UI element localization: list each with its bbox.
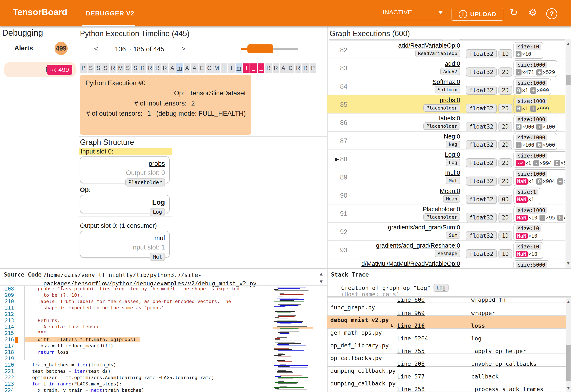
- timeline-cell[interactable]: I: [228, 63, 235, 73]
- timeline-cell[interactable]: S: [102, 63, 109, 73]
- run-status-select[interactable]: INACTIVE: [383, 6, 443, 18]
- timeline-cell[interactable]: R: [110, 63, 116, 73]
- timeline-cell[interactable]: A: [280, 63, 287, 73]
- stack-frame-line-link[interactable]: Line 577: [397, 373, 452, 380]
- timeline-cell-alert[interactable]: !: [243, 63, 250, 73]
- line-number[interactable]: 214: [0, 324, 14, 330]
- graph-execution-row[interactable]: 87Neg:0Negfloat322Dsize:1000-×1000×900: [327, 132, 565, 150]
- scroll-down-icon[interactable]: ▼: [566, 261, 571, 266]
- line-number[interactable]: 217: [0, 343, 14, 349]
- line-number[interactable]: 210: [0, 299, 14, 305]
- timeline-cell[interactable]: P: [80, 63, 87, 73]
- scroll-up-icon[interactable]: ▲: [566, 41, 571, 46]
- tensor-name-link[interactable]: add:0: [327, 60, 460, 67]
- stack-frame-line-link[interactable]: Line 5264: [397, 335, 452, 342]
- file-up-icon[interactable]: ▲: [317, 271, 325, 277]
- graph-execution-row[interactable]: 93gradients/add_grad/Reshape:0Reshapeflo…: [327, 241, 565, 259]
- stack-frame[interactable]: gen_math_ops.pyLine 5264log: [327, 329, 566, 341]
- file-down-icon[interactable]: ▼: [317, 279, 325, 284]
- upload-button[interactable]: i UPLOAD: [452, 8, 503, 21]
- tensor-name-link[interactable]: gradients/add_grad/Reshape:0: [327, 242, 460, 249]
- graph-execution-row[interactable]: d/MatMul/MatMul/ReadVariableOp:0size:500…: [327, 259, 565, 268]
- line-number[interactable]: 220: [0, 362, 14, 368]
- graph-execution-row[interactable]: 90Mean:0Meanfloat320Dsize:1NaN×1: [327, 186, 565, 204]
- timeline-cell-alert[interactable]: _: [257, 63, 265, 73]
- line-number[interactable]: 216: [0, 336, 14, 343]
- stack-frame[interactable]: dumping_callback.pyLine 577callback: [327, 367, 566, 379]
- consumer-node-link[interactable]: mul: [154, 234, 165, 242]
- stack-frame-line-link[interactable]: Line 969: [397, 310, 452, 316]
- tensor-name-link[interactable]: add/ReadVariableOp:0: [327, 42, 460, 49]
- tensor-name-link[interactable]: Softmax:0: [327, 78, 460, 85]
- refresh-icon[interactable]: ↻: [507, 6, 520, 19]
- timeline-cell[interactable]: m: [235, 63, 242, 73]
- source-minimap[interactable]: [273, 287, 314, 391]
- line-number[interactable]: 209: [0, 292, 14, 298]
- graph-execution-row[interactable]: 85probs:0Placeholderfloat322Dsize:10000×…: [327, 95, 565, 113]
- timeline-cell[interactable]: M: [117, 63, 124, 73]
- stack-frame-partial[interactable]: Line 600wrapped_fn: [327, 298, 566, 303]
- timeline-cell[interactable]: M: [213, 63, 220, 73]
- gear-icon[interactable]: ⚙: [526, 6, 539, 19]
- tensor-name-link[interactable]: Mean:0: [327, 188, 460, 195]
- timeline-cell[interactable]: R: [265, 63, 272, 73]
- graph-execution-row[interactable]: 82add/ReadVariableOp:0ReadVariableOpfloa…: [327, 41, 565, 59]
- scroll-down-icon[interactable]: ▼: [566, 385, 571, 391]
- timeline-prev-button[interactable]: <: [91, 45, 101, 54]
- line-number[interactable]: 213: [0, 318, 14, 323]
- timeline-cell-alert[interactable]: _: [250, 63, 257, 73]
- timeline-cell[interactable]: I: [221, 63, 228, 73]
- tensor-name-link[interactable]: mul:0: [327, 169, 460, 176]
- line-number[interactable]: 224: [0, 387, 14, 392]
- line-number[interactable]: 223: [0, 381, 14, 387]
- timeline-cell[interactable]: R: [161, 63, 168, 73]
- graph-execution-row[interactable]: 89mul:0Mulfloat322Dsize:1000NaN×10×904+×…: [327, 168, 565, 186]
- timeline-cell[interactable]: R: [139, 63, 146, 73]
- tensor-name-link[interactable]: d/MatMul/MatMul/ReadVariableOp:0: [327, 260, 460, 267]
- stack-frame-line-link[interactable]: Line 208: [397, 361, 452, 367]
- timeline-cell[interactable]: P: [309, 63, 316, 73]
- graph-execution-row[interactable]: ▶88Log:0Logfloat322Dsize:1000-∞×1-×9940×…: [327, 150, 565, 168]
- slider-thumb[interactable]: [247, 44, 273, 53]
- timeline-cell[interactable]: S: [87, 63, 94, 73]
- tensor-name-link[interactable]: Log:0: [327, 151, 460, 158]
- line-number[interactable]: 221: [0, 368, 14, 374]
- timeline-cell[interactable]: R: [295, 63, 301, 73]
- stack-frame[interactable]: op_def_library.pyLine 755_apply_op_helpe…: [327, 341, 566, 354]
- tensor-name-link[interactable]: labels:0: [327, 115, 460, 122]
- stack-frame-line-link[interactable]: Line 216: [397, 322, 452, 329]
- stack-frame[interactable]: dumping_callback.pyLine 258_process_stac…: [327, 379, 566, 392]
- timeline-cell[interactable]: S: [95, 63, 102, 73]
- stack-frame-line-link[interactable]: Line 755: [397, 348, 452, 354]
- source-file-stepper[interactable]: ▲ ▼: [317, 271, 325, 285]
- line-number[interactable]: 211: [0, 305, 14, 311]
- stack-frame[interactable]: op_callbacks.pyLine 208invoke_op_callbac…: [327, 354, 566, 367]
- stack-frame[interactable]: func_graph.pyLine 969wrapper: [327, 303, 566, 316]
- tensor-name-link[interactable]: probs:0: [327, 97, 460, 104]
- timeline-slider[interactable]: [241, 43, 298, 54]
- graph-execution-row[interactable]: 91Placeholder:0Placeholderfloat322Dsize:…: [327, 204, 565, 223]
- timeline-cell[interactable]: E: [198, 63, 205, 73]
- timeline-cell[interactable]: R: [146, 63, 154, 73]
- line-number[interactable]: 218: [0, 349, 14, 355]
- help-icon[interactable]: ?: [545, 6, 558, 19]
- stack-frame-line-link[interactable]: Line 258: [397, 386, 452, 392]
- timeline-cell[interactable]: m: [176, 63, 183, 73]
- graph-execution-row[interactable]: 92gradients/add_grad/Sum:0Sumfloat321Dsi…: [327, 223, 565, 241]
- stack-frame[interactable]: debug_mnist_v2.py↓Line 216loss: [327, 316, 566, 329]
- graph-execution-row[interactable]: 83add:0AddV2float322Dsize:1000-×471+×529: [327, 59, 565, 77]
- stack-trace-scrollbar[interactable]: ▲ ▼: [566, 298, 571, 392]
- timeline-cell[interactable]: C: [287, 63, 294, 73]
- input-node-link[interactable]: probs: [148, 160, 165, 168]
- timeline-cell[interactable]: R: [302, 63, 309, 73]
- timeline-cell[interactable]: R: [272, 63, 279, 73]
- timeline-cell[interactable]: S: [132, 63, 139, 73]
- line-number[interactable]: 208: [0, 286, 14, 292]
- timeline-cell[interactable]: A: [184, 63, 191, 73]
- timeline-cell[interactable]: A: [169, 63, 176, 73]
- timeline-cell[interactable]: R: [154, 63, 161, 73]
- timeline-next-button[interactable]: >: [179, 45, 188, 54]
- line-number[interactable]: 215: [0, 330, 14, 336]
- tensor-name-link[interactable]: gradients/add_grad/Sum:0: [327, 224, 460, 231]
- tab-debugger-v2[interactable]: DEBUGGER V2: [84, 0, 136, 27]
